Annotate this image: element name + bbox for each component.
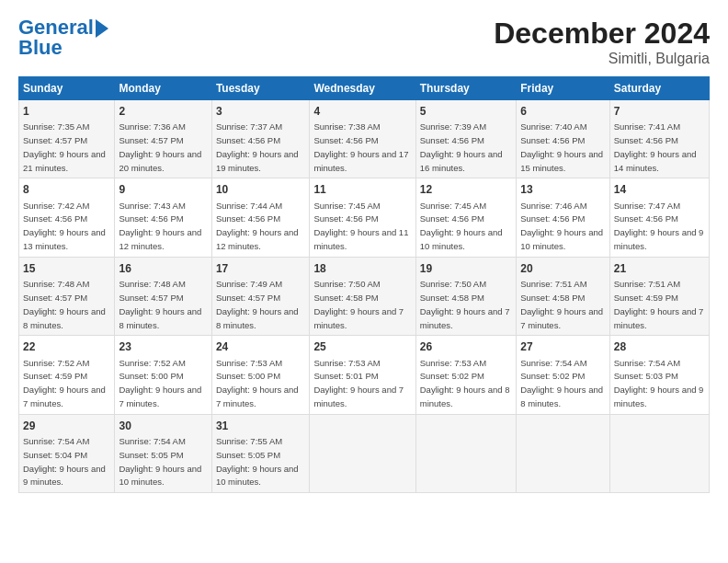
cell-info: Sunrise: 7:47 AMSunset: 4:56 PMDaylight:…	[614, 201, 704, 251]
cell-info: Sunrise: 7:43 AMSunset: 4:56 PMDaylight:…	[119, 201, 201, 251]
cell-info: Sunrise: 7:45 AMSunset: 4:56 PMDaylight:…	[313, 201, 408, 251]
calendar-table: Sunday Monday Tuesday Wednesday Thursday…	[18, 76, 710, 493]
day-number: 29	[23, 419, 110, 433]
cell-info: Sunrise: 7:50 AMSunset: 4:58 PMDaylight:…	[420, 279, 510, 329]
day-number: 24	[216, 339, 306, 354]
cell-row3-col6: 20Sunrise: 7:51 AMSunset: 4:58 PMDayligh…	[517, 257, 609, 335]
cell-row4-col3: 24Sunrise: 7:53 AMSunset: 5:00 PMDayligh…	[211, 336, 310, 414]
day-number: 27	[520, 339, 605, 354]
cell-row1-col5: 5Sunrise: 7:39 AMSunset: 4:56 PMDaylight…	[415, 100, 516, 178]
cell-row5-col7	[609, 414, 709, 492]
cell-info: Sunrise: 7:37 AMSunset: 4:56 PMDaylight:…	[216, 121, 299, 172]
cell-info: Sunrise: 7:53 AMSunset: 5:01 PMDaylight:…	[313, 358, 404, 408]
cell-row4-col1: 22Sunrise: 7:52 AMSunset: 4:59 PMDayligh…	[19, 336, 115, 414]
day-number: 26	[420, 339, 512, 354]
cell-row3-col2: 16Sunrise: 7:48 AMSunset: 4:57 PMDayligh…	[115, 257, 211, 335]
cell-info: Sunrise: 7:41 AMSunset: 4:56 PMDaylight:…	[614, 121, 697, 172]
week-row-4: 22Sunrise: 7:52 AMSunset: 4:59 PMDayligh…	[19, 336, 710, 414]
cell-row3-col1: 15Sunrise: 7:48 AMSunset: 4:57 PMDayligh…	[19, 257, 115, 335]
day-number: 25	[313, 339, 411, 354]
day-number: 2	[119, 104, 207, 119]
cell-row1-col2: 2Sunrise: 7:36 AMSunset: 4:57 PMDaylight…	[115, 100, 211, 178]
cell-row5-col5	[415, 414, 516, 492]
cell-info: Sunrise: 7:54 AMSunset: 5:02 PMDaylight:…	[520, 358, 603, 408]
cell-row4-col5: 26Sunrise: 7:53 AMSunset: 5:02 PMDayligh…	[415, 336, 516, 414]
title-block: December 2024 Simitli, Bulgaria	[494, 17, 710, 67]
day-number: 10	[216, 182, 306, 197]
cell-info: Sunrise: 7:39 AMSunset: 4:56 PMDaylight:…	[420, 121, 503, 172]
logo: General Blue	[18, 17, 108, 59]
cell-row4-col7: 28Sunrise: 7:54 AMSunset: 5:03 PMDayligh…	[609, 336, 709, 414]
cell-row5-col3: 31Sunrise: 7:55 AMSunset: 5:05 PMDayligh…	[211, 414, 310, 492]
day-number: 19	[420, 261, 512, 276]
day-number: 7	[614, 104, 705, 119]
week-row-2: 8Sunrise: 7:42 AMSunset: 4:56 PMDaylight…	[19, 178, 710, 257]
day-number: 1	[23, 104, 110, 119]
day-number: 13	[520, 182, 605, 197]
week-row-5: 29Sunrise: 7:54 AMSunset: 5:04 PMDayligh…	[19, 414, 710, 492]
cell-info: Sunrise: 7:54 AMSunset: 5:03 PMDaylight:…	[614, 358, 704, 408]
day-number: 4	[313, 104, 411, 119]
cell-row4-col6: 27Sunrise: 7:54 AMSunset: 5:02 PMDayligh…	[517, 336, 609, 414]
week-row-3: 15Sunrise: 7:48 AMSunset: 4:57 PMDayligh…	[19, 257, 710, 335]
cell-info: Sunrise: 7:46 AMSunset: 4:56 PMDaylight:…	[520, 201, 603, 251]
day-number: 5	[420, 104, 512, 119]
cell-row1-col4: 4Sunrise: 7:38 AMSunset: 4:56 PMDaylight…	[310, 100, 415, 178]
col-tuesday: Tuesday	[211, 77, 310, 100]
day-number: 21	[614, 261, 705, 276]
day-number: 23	[119, 339, 207, 354]
cell-info: Sunrise: 7:45 AMSunset: 4:56 PMDaylight:…	[420, 201, 503, 251]
cell-row5-col4	[310, 414, 415, 492]
header-row: Sunday Monday Tuesday Wednesday Thursday…	[19, 77, 710, 100]
cell-row2-col7: 14Sunrise: 7:47 AMSunset: 4:56 PMDayligh…	[609, 178, 709, 257]
day-number: 3	[216, 104, 306, 119]
cell-info: Sunrise: 7:51 AMSunset: 4:59 PMDaylight:…	[614, 279, 704, 329]
col-friday: Friday	[517, 77, 609, 100]
cell-row2-col1: 8Sunrise: 7:42 AMSunset: 4:56 PMDaylight…	[19, 178, 115, 257]
day-number: 31	[216, 419, 306, 433]
cell-info: Sunrise: 7:54 AMSunset: 5:05 PMDaylight:…	[119, 436, 201, 487]
cell-info: Sunrise: 7:42 AMSunset: 4:56 PMDaylight:…	[23, 201, 106, 251]
cell-info: Sunrise: 7:36 AMSunset: 4:57 PMDaylight:…	[119, 121, 201, 172]
day-number: 18	[313, 261, 411, 276]
day-number: 16	[119, 261, 207, 276]
calendar-page: General Blue December 2024 Simitli, Bulg…	[0, 0, 728, 502]
cell-row3-col7: 21Sunrise: 7:51 AMSunset: 4:59 PMDayligh…	[609, 257, 709, 335]
cell-info: Sunrise: 7:49 AMSunset: 4:57 PMDaylight:…	[216, 279, 299, 329]
cell-row2-col3: 10Sunrise: 7:44 AMSunset: 4:56 PMDayligh…	[211, 178, 310, 257]
cell-info: Sunrise: 7:53 AMSunset: 5:02 PMDaylight:…	[420, 358, 510, 408]
day-number: 30	[119, 419, 207, 433]
cell-row5-col1: 29Sunrise: 7:54 AMSunset: 5:04 PMDayligh…	[19, 414, 115, 492]
cell-info: Sunrise: 7:48 AMSunset: 4:57 PMDaylight:…	[119, 279, 201, 329]
calendar-subtitle: Simitli, Bulgaria	[494, 51, 710, 67]
cell-info: Sunrise: 7:35 AMSunset: 4:57 PMDaylight:…	[23, 121, 106, 172]
header: General Blue December 2024 Simitli, Bulg…	[18, 17, 710, 67]
cell-row5-col6	[517, 414, 609, 492]
day-number: 20	[520, 261, 605, 276]
cell-row2-col5: 12Sunrise: 7:45 AMSunset: 4:56 PMDayligh…	[415, 178, 516, 257]
col-sunday: Sunday	[19, 77, 115, 100]
cell-row1-col3: 3Sunrise: 7:37 AMSunset: 4:56 PMDaylight…	[211, 100, 310, 178]
logo-icon	[96, 19, 108, 38]
day-number: 22	[23, 339, 110, 354]
cell-info: Sunrise: 7:54 AMSunset: 5:04 PMDaylight:…	[23, 436, 106, 487]
cell-row3-col3: 17Sunrise: 7:49 AMSunset: 4:57 PMDayligh…	[211, 257, 310, 335]
day-number: 9	[119, 182, 207, 197]
day-number: 15	[23, 261, 110, 276]
cell-row3-col4: 18Sunrise: 7:50 AMSunset: 4:58 PMDayligh…	[310, 257, 415, 335]
cell-info: Sunrise: 7:55 AMSunset: 5:05 PMDaylight:…	[216, 436, 299, 487]
day-number: 28	[614, 339, 705, 354]
day-number: 6	[520, 104, 605, 119]
cell-row4-col2: 23Sunrise: 7:52 AMSunset: 5:00 PMDayligh…	[115, 336, 211, 414]
cell-info: Sunrise: 7:44 AMSunset: 4:56 PMDaylight:…	[216, 201, 299, 251]
cell-row2-col4: 11Sunrise: 7:45 AMSunset: 4:56 PMDayligh…	[310, 178, 415, 257]
cell-row4-col4: 25Sunrise: 7:53 AMSunset: 5:01 PMDayligh…	[310, 336, 415, 414]
cell-info: Sunrise: 7:48 AMSunset: 4:57 PMDaylight:…	[23, 279, 106, 329]
cell-info: Sunrise: 7:53 AMSunset: 5:00 PMDaylight:…	[216, 358, 299, 408]
col-wednesday: Wednesday	[310, 77, 415, 100]
cell-row3-col5: 19Sunrise: 7:50 AMSunset: 4:58 PMDayligh…	[415, 257, 516, 335]
cell-info: Sunrise: 7:50 AMSunset: 4:58 PMDaylight:…	[313, 279, 404, 329]
cell-row2-col6: 13Sunrise: 7:46 AMSunset: 4:56 PMDayligh…	[517, 178, 609, 257]
logo-subtext: Blue	[18, 37, 63, 59]
week-row-1: 1Sunrise: 7:35 AMSunset: 4:57 PMDaylight…	[19, 100, 710, 178]
